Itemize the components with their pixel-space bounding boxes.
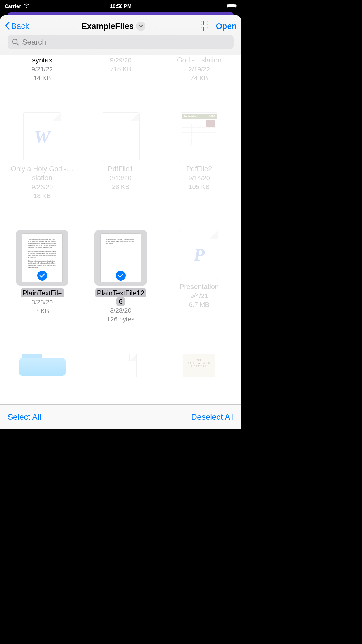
file-item-plaintextfile[interactable]: Lorem ipsum dolor sit amet, consectetur … — [3, 230, 81, 345]
file-item[interactable] — [81, 354, 160, 398]
file-item-folder[interactable] — [3, 354, 81, 398]
file-name-extra: 6 — [116, 298, 125, 306]
file-item-presentation[interactable]: P Presentation 9/4/21 6.7 MB — [160, 230, 238, 345]
file-name: PdfFile2 — [186, 164, 212, 173]
deselect-all-button[interactable]: Deselect All — [191, 412, 234, 422]
search-input[interactable]: Search — [8, 35, 234, 49]
file-name: PlainTextFile12 — [95, 288, 146, 298]
file-name: PdfFile1 — [108, 164, 133, 173]
page-title: ExampleFiles — [82, 22, 134, 31]
word-doc-icon: W — [34, 127, 50, 147]
wifi-icon — [23, 4, 30, 10]
checkmark-icon — [115, 270, 126, 281]
file-item-word-doc[interactable]: W Only a Holy God -…slation 9/26/20 18 K… — [3, 112, 81, 221]
file-date: 3/28/20 — [110, 307, 131, 314]
back-button[interactable]: Back — [5, 21, 29, 32]
svg-line-5 — [17, 43, 18, 45]
file-date: 9/21/22 — [31, 66, 53, 73]
file-name: Only a Holy God -…slation — [10, 164, 74, 182]
file-picker-sheet: Back ExampleFiles Open Search — [0, 15, 241, 429]
book-line1: THE — [185, 359, 213, 361]
file-size: 18 KB — [34, 192, 51, 200]
file-thumbnail — [105, 354, 137, 377]
file-size: 74 KB — [190, 74, 208, 82]
file-thumbnail: Lorem ipsum dolor sit amet, consectetur … — [16, 230, 68, 286]
status-bar: Carrier 10:50 PM — [0, 0, 241, 13]
file-item[interactable]: God -…slation 2/19/22 74 KB — [160, 55, 238, 104]
file-thumbnail: THE SCREWTAPE LETTERS — [183, 354, 215, 377]
file-item-syntax[interactable]: syntax 9/21/22 14 KB — [3, 55, 81, 104]
file-thumbnail: Lorem ipsum dolor sit amet, consectetur … — [94, 230, 147, 286]
file-item-pdffile2[interactable]: September2020 PdfFile2 9/14/20 105 KB — [160, 112, 238, 221]
file-date: 9/4/21 — [190, 292, 208, 300]
book-line3: LETTERS — [185, 365, 213, 368]
carrier-label: Carrier — [5, 4, 21, 9]
chevron-left-icon — [5, 21, 10, 32]
select-all-button[interactable]: Select All — [8, 412, 41, 422]
checkmark-icon — [36, 270, 48, 281]
chevron-down-icon — [139, 25, 143, 28]
calendar-month: September — [183, 115, 197, 118]
title-dropdown-button[interactable] — [136, 22, 145, 31]
svg-point-0 — [26, 7, 27, 8]
status-time: 10:50 PM — [82, 4, 159, 9]
file-size: 6.7 MB — [189, 301, 209, 309]
presentation-icon: P — [194, 244, 205, 265]
bottom-toolbar: Select All Deselect All — [0, 404, 241, 429]
file-name: Presentation — [180, 282, 219, 291]
file-size: 3 KB — [35, 307, 49, 315]
book-line2: SCREWTAPE — [185, 361, 213, 365]
battery-icon — [227, 4, 237, 9]
view-mode-button[interactable] — [198, 21, 209, 32]
back-label: Back — [11, 22, 29, 31]
file-thumbnail: September2020 — [180, 112, 218, 161]
open-button[interactable]: Open — [216, 22, 237, 31]
file-grid[interactable]: syntax 9/21/22 14 KB 9/29/20 718 KB God … — [0, 55, 241, 404]
file-name: God -…slation — [177, 55, 222, 64]
file-size: 14 KB — [34, 74, 51, 82]
file-name: PlainTextFile — [21, 288, 64, 298]
file-item-screwtape[interactable]: THE SCREWTAPE LETTERS — [160, 354, 238, 398]
file-size: 126 bytes — [107, 316, 134, 323]
file-thumbnail — [102, 112, 140, 161]
file-name: syntax — [32, 55, 52, 64]
file-size: 28 KB — [112, 183, 129, 191]
file-size: 105 KB — [189, 183, 210, 191]
svg-rect-2 — [228, 4, 235, 7]
file-date: 9/14/20 — [189, 174, 210, 182]
file-size: 718 KB — [110, 65, 131, 73]
file-date: 9/29/20 — [110, 57, 131, 64]
file-date: 9/26/20 — [31, 183, 53, 191]
file-item[interactable]: 9/29/20 718 KB — [81, 55, 160, 104]
file-date: 3/28/20 — [31, 299, 53, 306]
folder-icon — [19, 354, 66, 374]
search-placeholder: Search — [22, 38, 46, 47]
nav-bar: Back ExampleFiles Open Search — [0, 15, 241, 55]
calendar-year: 2020 — [209, 115, 215, 118]
file-date: 2/19/22 — [189, 66, 210, 73]
file-item-pdffile1[interactable]: PdfFile1 3/13/20 28 KB — [81, 112, 160, 221]
search-icon — [12, 38, 19, 46]
file-thumbnail: P — [180, 230, 218, 279]
file-thumbnail: W — [23, 112, 61, 161]
file-item-plaintextfile126[interactable]: Lorem ipsum dolor sit amet, consectetur … — [81, 230, 160, 345]
file-date: 3/13/20 — [110, 174, 131, 182]
svg-rect-3 — [236, 5, 237, 7]
